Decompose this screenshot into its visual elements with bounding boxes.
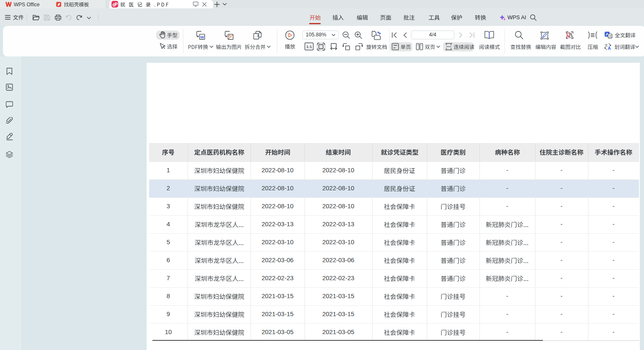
svg-text:P: P xyxy=(114,2,117,7)
svg-text:W: W xyxy=(200,34,204,39)
svg-text:1:1: 1:1 xyxy=(306,44,312,49)
svg-text:A: A xyxy=(608,46,611,50)
